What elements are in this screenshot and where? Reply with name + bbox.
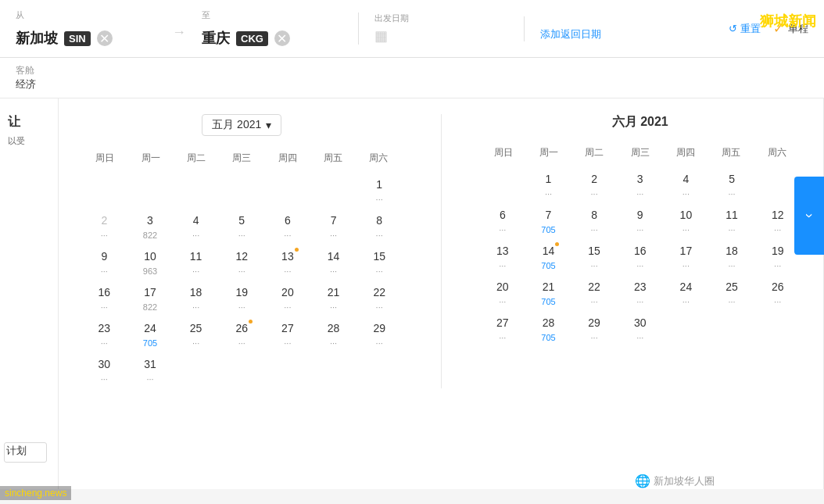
- table-row[interactable]: 10963: [128, 246, 173, 281]
- empty-cell: [481, 169, 525, 203]
- calendar-divider: [441, 114, 442, 388]
- day-price: ···: [774, 297, 781, 306]
- table-row[interactable]: 4···: [664, 169, 708, 203]
- table-row[interactable]: 3822: [128, 210, 173, 245]
- table-row[interactable]: 12···: [755, 205, 800, 239]
- table-row[interactable]: 13···: [481, 241, 525, 275]
- table-row[interactable]: 19···: [220, 282, 264, 316]
- day-price: ···: [682, 297, 690, 306]
- table-row[interactable]: 25···: [710, 277, 754, 311]
- clear-from-button[interactable]: ✕: [97, 30, 113, 46]
- table-row[interactable]: 13···: [266, 246, 310, 281]
- day-number: 14: [543, 244, 555, 259]
- table-row[interactable]: 4···: [174, 210, 218, 245]
- table-row[interactable]: 3···: [618, 169, 662, 203]
- table-row[interactable]: 18···: [174, 282, 218, 316]
- day-number: 3: [637, 172, 643, 188]
- table-row[interactable]: 7705: [526, 205, 571, 239]
- date-section[interactable]: 出发日期 ▦: [358, 13, 514, 45]
- table-row[interactable]: 21705: [526, 277, 571, 311]
- table-row[interactable]: 15···: [572, 241, 617, 275]
- empty-cell: [311, 354, 356, 388]
- table-row[interactable]: 7···: [311, 210, 356, 245]
- table-row[interactable]: 1···: [526, 169, 571, 203]
- table-row[interactable]: 1···: [357, 174, 402, 209]
- table-row[interactable]: 19···: [755, 241, 800, 275]
- table-row[interactable]: 28705: [526, 313, 571, 347]
- table-row[interactable]: 8···: [572, 205, 617, 239]
- table-row[interactable]: 29···: [357, 318, 402, 352]
- day-price: ···: [330, 338, 337, 348]
- table-row[interactable]: 16···: [82, 282, 127, 316]
- table-row[interactable]: 22···: [572, 277, 617, 311]
- table-row[interactable]: 18···: [710, 241, 754, 275]
- table-row[interactable]: 14705: [526, 241, 571, 275]
- table-row[interactable]: 27···: [266, 318, 310, 352]
- table-row[interactable]: 15···: [357, 246, 402, 281]
- week-header-thu: 周四: [264, 148, 310, 168]
- day-number: 11: [190, 249, 202, 265]
- reset-button[interactable]: ↺ 重置: [729, 22, 761, 36]
- table-row[interactable]: 29···: [572, 313, 617, 347]
- table-row[interactable]: 24···: [664, 277, 708, 311]
- to-section[interactable]: 至 重庆 CKG ✕: [202, 9, 342, 48]
- jun-days: 1···2···3···4···5···6···77058···9···10··…: [481, 169, 801, 347]
- day-price: ···: [636, 225, 643, 234]
- jun-week-header-sun: 周日: [481, 143, 526, 163]
- day-price: 963: [143, 266, 157, 276]
- table-row[interactable]: 11···: [710, 205, 754, 239]
- day-number: 26: [235, 321, 248, 337]
- table-row[interactable]: 5···: [220, 210, 264, 245]
- table-row[interactable]: 5···: [710, 169, 754, 203]
- table-row[interactable]: 8···: [357, 210, 402, 245]
- right-panel-button[interactable]: ›: [794, 177, 824, 255]
- table-row[interactable]: 2···: [572, 169, 617, 203]
- table-row[interactable]: 6···: [266, 210, 310, 245]
- table-row[interactable]: 21···: [311, 282, 356, 316]
- table-row[interactable]: 20···: [266, 282, 310, 316]
- table-row[interactable]: 26···: [755, 277, 800, 311]
- table-row[interactable]: 22···: [357, 282, 402, 316]
- table-row[interactable]: 11···: [174, 246, 218, 281]
- table-row[interactable]: 17822: [128, 282, 173, 316]
- table-row[interactable]: 25···: [174, 318, 218, 352]
- table-row[interactable]: 17···: [664, 241, 708, 275]
- table-row[interactable]: 30···: [618, 313, 662, 347]
- table-row[interactable]: 26···: [220, 318, 264, 352]
- table-row[interactable]: 30···: [82, 354, 127, 388]
- day-price: ···: [376, 231, 383, 240]
- day-price: ···: [284, 231, 291, 240]
- table-row[interactable]: 10···: [664, 205, 708, 239]
- table-row[interactable]: 16···: [618, 241, 662, 275]
- day-number: 29: [588, 316, 600, 331]
- table-row[interactable]: 23···: [82, 318, 127, 352]
- to-label: 至: [202, 9, 342, 21]
- table-row[interactable]: 20···: [481, 277, 525, 311]
- clear-to-button[interactable]: ✕: [274, 30, 290, 46]
- day-number: 29: [373, 321, 385, 337]
- jun-week-header-thu: 周四: [663, 143, 708, 163]
- table-row[interactable]: 24705: [128, 318, 173, 352]
- left-sidebar: 让 以受 计划: [0, 98, 59, 489]
- table-row[interactable]: 6···: [481, 205, 525, 239]
- table-row[interactable]: 31···: [128, 354, 173, 388]
- to-city-name: 重庆: [202, 29, 230, 48]
- jun-grid: 周日 周一 周二 周三 周四 周五 周六 1···2···3···4···5··…: [481, 143, 801, 347]
- table-row[interactable]: 23···: [618, 277, 662, 311]
- return-date-section[interactable]: 添加返回日期: [524, 16, 719, 41]
- sub-header: 客舱经济: [0, 58, 824, 98]
- table-row[interactable]: 27···: [481, 313, 525, 347]
- day-number: 19: [772, 244, 784, 259]
- table-row[interactable]: 9···: [82, 246, 127, 281]
- from-section[interactable]: 从 新加坡 SIN ✕: [16, 9, 156, 48]
- table-row[interactable]: 9···: [618, 205, 662, 239]
- day-price: ···: [591, 261, 598, 270]
- table-row[interactable]: 12···: [220, 246, 264, 281]
- day-price: ···: [238, 302, 245, 312]
- table-row[interactable]: 14···: [311, 246, 356, 281]
- return-date-label[interactable]: 添加返回日期: [540, 27, 719, 41]
- table-row[interactable]: 2···: [82, 210, 127, 245]
- table-row[interactable]: 28···: [311, 318, 356, 352]
- day-price: ···: [376, 195, 383, 204]
- month-select-may[interactable]: 五月 2021 ▾: [202, 114, 281, 136]
